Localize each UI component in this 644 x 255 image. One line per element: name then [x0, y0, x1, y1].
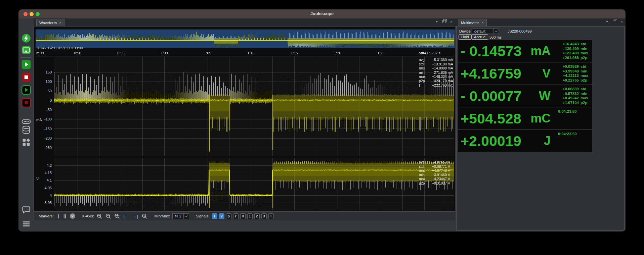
memory-buffer-icon[interactable]	[22, 125, 31, 135]
multimeter-row: - 0.00077W+0.06839std- 0.57862min+0.4924…	[458, 85, 592, 107]
stat-value: +16.4243	[558, 42, 579, 47]
dock-float-icon[interactable]	[612, 19, 616, 24]
device-select[interactable]: default	[472, 28, 499, 34]
y-tick-label: 4.15	[35, 171, 52, 175]
stat-value: - 0.57862	[558, 92, 579, 96]
app-window: Joulescope	[18, 9, 626, 232]
chevron-down-icon[interactable]	[183, 214, 189, 219]
multimeter-tabbar: Multimeter × ×	[455, 18, 626, 26]
stat-value: +0.06839	[558, 87, 579, 92]
gpio-icon[interactable]	[22, 117, 31, 126]
dock-close-icon[interactable]: ×	[619, 19, 624, 24]
stat-unit: mA	[448, 62, 455, 66]
voltage-y-axis: 4.24.154.14.0543.95	[35, 158, 53, 210]
y-tick-label: 50	[35, 89, 52, 93]
multimeter-side-stats: +16.4243std- 139.499min+122.489max+261.9…	[558, 42, 591, 60]
stat-unit: V	[448, 168, 455, 173]
stat-label: p2p	[581, 78, 591, 83]
stat-label: p2p	[581, 56, 591, 60]
multimeter-stat: +3.99348min	[558, 69, 591, 74]
hold-button[interactable]: Hold	[459, 34, 472, 40]
stat-value: +0.31987	[429, 181, 447, 186]
y-tick-label: 3.95	[35, 201, 52, 205]
play-icon[interactable]	[22, 60, 31, 69]
help-feedback-icon[interactable]	[22, 205, 31, 214]
current-axis-unit: mA	[36, 118, 42, 122]
stat-value: +3.91460	[429, 173, 447, 177]
pan-left-icon[interactable]: |←	[123, 214, 130, 219]
sidebar	[18, 18, 34, 232]
stat-line: std+13.9190mA	[419, 62, 453, 66]
tab-close-icon[interactable]: ×	[481, 21, 484, 24]
dock-close-icon[interactable]: ×	[449, 19, 454, 24]
waveform-dock: Waveform × × 2024-11-29T10:30:00+00:00 m…	[34, 18, 455, 232]
marker-single-button[interactable]: |	[56, 214, 60, 218]
stat-line: max+148.334mA	[419, 74, 453, 79]
waveform-toolbar: Markers: ||| ✕ X-Axis: |← →| 1	[34, 211, 455, 220]
stat-value: +4.22113	[558, 73, 579, 78]
zoom-pointer-icon[interactable]: 1	[141, 213, 148, 219]
minmax-select[interactable]: fill 2	[172, 213, 189, 219]
time-tick-label: 1:25	[377, 51, 384, 55]
zoom-out-icon[interactable]	[105, 213, 112, 219]
multimeter-side-stats: +0.06839std- 0.57862min+0.49242max+1.071…	[558, 87, 591, 105]
signal-button-T[interactable]: T	[268, 213, 274, 219]
stat-value: +4.07748	[429, 168, 447, 173]
stat-unit: V	[448, 164, 455, 169]
stat-unit: mA	[448, 58, 455, 62]
device-label: Device	[459, 29, 471, 33]
multimeter-side-stats: +0.03889std+3.99348min+4.22113max+0.2276…	[558, 64, 591, 83]
stat-unit: V	[448, 160, 455, 164]
record-icon[interactable]	[22, 85, 31, 95]
signal-button-r[interactable]: r	[233, 213, 239, 219]
pan-right-icon[interactable]: →|	[132, 214, 139, 219]
dock-float-icon[interactable]	[442, 19, 446, 24]
dock-menu-icon[interactable]	[434, 19, 439, 24]
widgets-icon[interactable]	[22, 138, 31, 147]
stat-label: p2p	[581, 101, 591, 105]
tab-waveform-label: Waveform	[39, 21, 57, 25]
stat-label: min	[581, 47, 591, 51]
signal-button-1[interactable]: 1	[247, 213, 253, 219]
stat-label: p2p	[419, 181, 428, 186]
signal-button-p[interactable]: p	[226, 213, 231, 219]
stop-icon[interactable]	[22, 72, 31, 82]
markers-clear-icon[interactable]: ✕	[70, 213, 75, 219]
signal-button-v[interactable]: v	[219, 213, 224, 219]
tab-waveform[interactable]: Waveform ×	[36, 19, 65, 26]
multimeter-stat: +0.06839std	[558, 87, 591, 92]
voltage-plot[interactable]	[54, 158, 454, 210]
y-tick-label: 4.05	[35, 186, 52, 190]
chevron-down-icon[interactable]	[493, 29, 499, 34]
signal-button-3[interactable]: 3	[261, 213, 267, 219]
stat-value: +420.170	[429, 79, 447, 83]
time-axis-datetime: 2024-11-29T10:30:00+00:00	[36, 46, 83, 50]
multimeter-stat: +1.07104p2p	[558, 101, 591, 105]
zoom-in-icon[interactable]	[96, 213, 103, 219]
menu-icon[interactable]	[22, 219, 31, 228]
stat-label: max	[419, 177, 428, 181]
multimeter-stat: +0.22765p2p	[558, 78, 591, 83]
device-power-icon[interactable]	[22, 34, 31, 43]
multimeter-row: +4.16759V+0.03889std+3.99348min+4.22113m…	[458, 62, 592, 85]
waveform-overview[interactable]	[36, 30, 455, 48]
target-power-icon[interactable]	[22, 45, 31, 55]
dock-menu-icon[interactable]	[605, 19, 609, 24]
zoom-fit-icon[interactable]	[114, 213, 120, 219]
stat-value: +13.9190	[429, 62, 447, 66]
current-plot[interactable]	[54, 57, 454, 156]
stat-value: +148.334	[429, 74, 447, 79]
signal-button-0[interactable]: 0	[240, 213, 246, 219]
accrue-button[interactable]: Accrue	[471, 34, 488, 40]
tab-close-icon[interactable]: ×	[59, 21, 61, 24]
tab-multimeter[interactable]: Multimeter ×	[458, 19, 487, 26]
multimeter-row: +504.528mC0:04:23.50	[458, 107, 592, 130]
stat-unit: mC	[448, 83, 455, 88]
record-stop-icon[interactable]	[22, 98, 31, 107]
signal-button-i[interactable]: i	[212, 213, 217, 219]
marker-dual-button[interactable]: ||	[62, 214, 68, 218]
signal-button-2[interactable]: 2	[254, 213, 260, 219]
stat-label: max	[581, 51, 591, 56]
time-tick-label: 1:20	[334, 51, 341, 55]
time-axis-unit: m:ss	[36, 51, 44, 55]
